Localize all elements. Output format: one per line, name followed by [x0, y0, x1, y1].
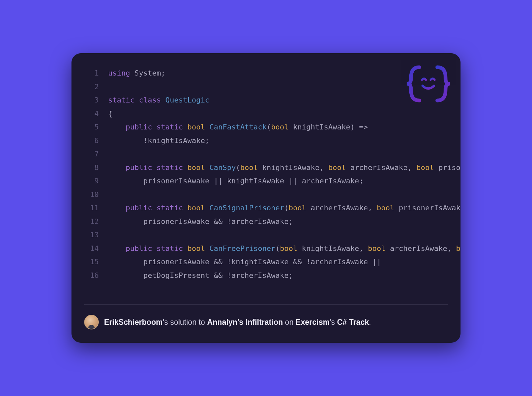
- line-number: 10: [71, 188, 108, 202]
- code-content: public static bool CanSpy(bool knightIsA…: [108, 161, 461, 175]
- code-line: 6 !knightIsAwake;: [71, 134, 461, 148]
- line-number: 2: [71, 80, 108, 94]
- line-number: 4: [71, 107, 108, 121]
- code-line: 7: [71, 147, 461, 161]
- code-line: 1using System;: [71, 67, 461, 80]
- code-line: 11 public static bool CanSignalPrisoner(…: [71, 201, 461, 215]
- code-line: 9 prisonerIsAwake || knightIsAwake || ar…: [71, 174, 461, 188]
- code-line: 15 prisonerIsAwake && !knightIsAwake && …: [71, 255, 461, 269]
- line-number: 8: [71, 161, 108, 175]
- line-number: 3: [71, 94, 108, 107]
- code-line: 12 prisonerIsAwake && !archerIsAwake;: [71, 215, 461, 229]
- attribution-text: ErikSchierboom's solution to Annalyn's I…: [104, 318, 371, 327]
- code-content: prisonerIsAwake || knightIsAwake || arch…: [108, 174, 461, 188]
- track-name: C# Track: [337, 318, 369, 326]
- exercise-name: Annalyn's Infiltration: [207, 318, 283, 326]
- attribution-footer: ErikSchierboom's solution to Annalyn's I…: [84, 304, 448, 343]
- code-line: 13: [71, 228, 461, 242]
- line-number: 5: [71, 120, 108, 134]
- code-content: {: [108, 107, 461, 121]
- author-avatar: [84, 315, 99, 329]
- line-number: 12: [71, 215, 108, 229]
- line-number: 1: [71, 67, 108, 80]
- code-line: 16 petDogIsPresent && !archerIsAwake;: [71, 269, 461, 283]
- code-content: public static bool CanFastAttack(bool kn…: [108, 120, 461, 134]
- code-line: 10: [71, 188, 461, 202]
- code-line: 4{: [71, 107, 461, 121]
- line-number: 11: [71, 201, 108, 215]
- code-content: prisonerIsAwake && !archerIsAwake;: [108, 215, 461, 229]
- code-content: public static bool CanSignalPrisoner(boo…: [108, 201, 461, 215]
- author-name: ErikSchierboom: [104, 318, 163, 326]
- code-line: 2: [71, 80, 461, 94]
- code-content: prisonerIsAwake && !knightIsAwake && !ar…: [108, 255, 461, 269]
- code-block: 1using System;23static class QuestLogic4…: [71, 53, 461, 304]
- line-number: 7: [71, 147, 108, 161]
- line-number: 14: [71, 242, 108, 256]
- code-line: 5 public static bool CanFastAttack(bool …: [71, 120, 461, 134]
- line-number: 13: [71, 228, 108, 242]
- line-number: 15: [71, 255, 108, 269]
- exercism-logo-icon: [407, 64, 450, 104]
- code-line: 8 public static bool CanSpy(bool knightI…: [71, 161, 461, 175]
- line-number: 16: [71, 269, 108, 283]
- line-number: 6: [71, 134, 108, 148]
- code-card: 1using System;23static class QuestLogic4…: [71, 53, 461, 343]
- code-content: public static bool CanFreePrisoner(bool …: [108, 242, 461, 256]
- code-line: 14 public static bool CanFreePrisoner(bo…: [71, 242, 461, 256]
- code-content: !knightIsAwake;: [108, 134, 461, 148]
- code-content: petDogIsPresent && !archerIsAwake;: [108, 269, 461, 283]
- code-line: 3static class QuestLogic: [71, 94, 461, 107]
- line-number: 9: [71, 174, 108, 188]
- site-name: Exercism: [296, 318, 330, 326]
